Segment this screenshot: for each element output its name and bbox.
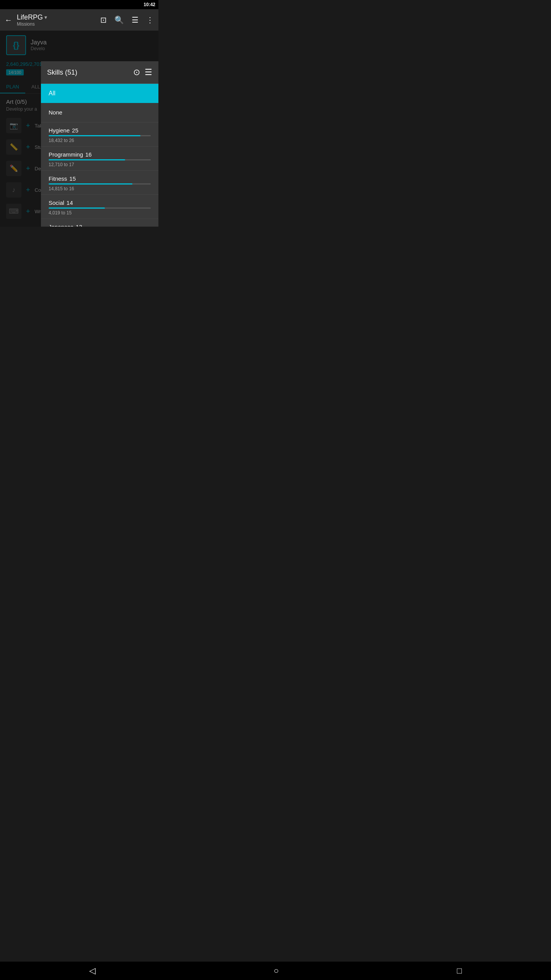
skill-name-row: Hygiene25: [49, 127, 151, 134]
skill-none-item[interactable]: None: [41, 103, 158, 122]
filter-button[interactable]: ☰: [129, 12, 142, 28]
app-bar: ← LifeRPG ▾ Missions ⊡ 🔍 ☰ ⋮: [0, 9, 158, 31]
skill-item[interactable]: Hygiene2518,432 to 26: [41, 122, 158, 147]
filter-list-icon-button[interactable]: ☰: [145, 67, 152, 77]
skills-list: All None Hygiene2518,432 to 26Programmin…: [41, 84, 158, 227]
popup-header: Skills (51) ⊙ ☰: [41, 61, 158, 84]
dropdown-arrow-icon[interactable]: ▾: [44, 14, 47, 20]
skill-level: 14: [67, 199, 73, 206]
battery-icon: ▮: [138, 1, 141, 8]
skill-item[interactable]: Social144,019 to 15: [41, 195, 158, 219]
app-title: LifeRPG: [17, 13, 43, 21]
skill-xp-text: 4,019 to 15: [49, 210, 151, 216]
skill-xp-text: 14,815 to 16: [49, 186, 151, 191]
skill-level: 15: [69, 175, 76, 182]
signal-icon: ▲: [130, 1, 136, 8]
app-bar-title-section: LifeRPG ▾ Missions: [15, 13, 97, 27]
app-bar-title-row: LifeRPG ▾: [17, 13, 97, 21]
skill-name-row: Fitness15: [49, 175, 151, 182]
skill-level: 13: [76, 224, 82, 227]
skill-item[interactable]: Programming1612,710 to 17: [41, 147, 158, 171]
skill-name-row: Social14: [49, 199, 151, 206]
skill-progress-bar: [49, 183, 151, 185]
popup-title: Skills (51): [47, 69, 77, 77]
back-button[interactable]: ←: [2, 13, 15, 28]
skill-all-label: All: [49, 90, 55, 96]
skill-level: 25: [72, 127, 78, 134]
skill-none-label: None: [49, 109, 62, 116]
search-button[interactable]: 🔍: [111, 12, 127, 28]
skills-popup-panel: Skills (51) ⊙ ☰ All None Hygiene2518,432…: [41, 61, 158, 227]
skill-progress-fill: [49, 207, 105, 209]
fullscreen-button[interactable]: ⊡: [97, 12, 110, 28]
skill-progress-fill: [49, 135, 140, 136]
skill-name: Fitness: [49, 175, 67, 182]
skill-name-row: Programming16: [49, 151, 151, 158]
power-icon-button[interactable]: ⊙: [133, 67, 140, 77]
skill-progress-bar: [49, 159, 151, 160]
bg-content: {} Jayva Develo 2,640,295/2,701 14/100 P…: [0, 31, 158, 227]
skill-progress-fill: [49, 159, 125, 160]
skill-all-item[interactable]: All: [41, 84, 158, 103]
skill-progress-bar: [49, 135, 151, 136]
skill-item[interactable]: Fitness1514,815 to 16: [41, 171, 158, 195]
status-time: 10:42: [143, 2, 155, 7]
skill-name: Japanese: [49, 224, 73, 227]
skill-name: Hygiene: [49, 127, 70, 134]
status-icons: ▲ ▲ ▮: [123, 1, 142, 8]
skill-progress-fill: [49, 183, 132, 185]
skill-name: Programming: [49, 151, 83, 158]
skill-level: 16: [85, 151, 92, 158]
skill-xp-text: 12,710 to 17: [49, 162, 151, 167]
wifi-icon: ▲: [123, 1, 129, 8]
skill-item[interactable]: Japanese132,505 to 14: [41, 219, 158, 227]
skill-name-row: Japanese13: [49, 224, 151, 227]
app-bar-actions: ⊡ 🔍 ☰ ⋮: [97, 12, 157, 28]
status-bar: ▲ ▲ ▮ 10:42: [0, 0, 158, 9]
skill-xp-text: 18,432 to 26: [49, 138, 151, 143]
skill-name: Social: [49, 199, 64, 206]
skills-items-container: Hygiene2518,432 to 26Programming1612,710…: [41, 122, 158, 227]
more-options-button[interactable]: ⋮: [143, 12, 157, 28]
app-bar-subtitle: Missions: [17, 21, 97, 27]
popup-header-icons: ⊙ ☰: [133, 67, 152, 77]
skill-progress-bar: [49, 207, 151, 209]
